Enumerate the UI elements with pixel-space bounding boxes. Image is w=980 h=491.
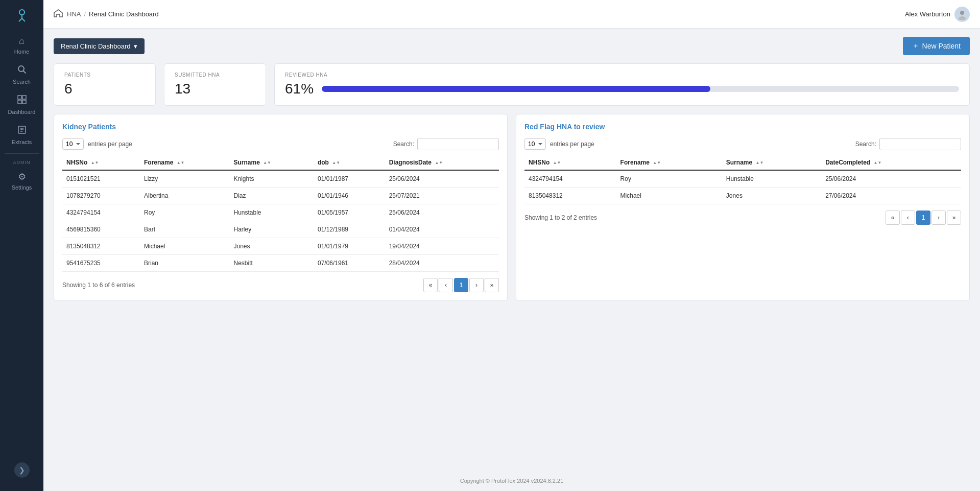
avatar	[954, 7, 970, 22]
cell-nhsno: 0151021521	[62, 170, 140, 188]
sort-icons: ▲▼	[553, 161, 561, 165]
progress-bar-fill	[322, 86, 710, 92]
table-row[interactable]: 8135048312 Michael Jones 27/06/2024	[524, 188, 961, 204]
sidebar-item-dashboard[interactable]: Dashboard	[0, 90, 43, 120]
sidebar-divider	[5, 153, 39, 154]
sidebar-collapse-button[interactable]: ❯	[14, 462, 30, 478]
submitted-hna-stat-card: SUBMITTED HNA 13	[164, 63, 266, 106]
sidebar: ⌂ Home Search Dashboard	[0, 0, 43, 491]
cell-nhsno: 4324794154	[62, 204, 140, 221]
sidebar-item-label: Home	[14, 49, 29, 55]
svg-line-2	[19, 18, 22, 21]
kidney-page-1[interactable]: 1	[454, 278, 468, 292]
redflag-col-surname[interactable]: Surname ▲▼	[722, 155, 821, 170]
redflag-page-1[interactable]: 1	[916, 211, 930, 225]
cell-diagnosisdate: 25/06/2024	[385, 204, 499, 221]
cell-nhsno: 1078279270	[62, 188, 140, 204]
kidney-col-diagnosisdate[interactable]: DiagnosisDate ▲▼	[385, 155, 499, 170]
kidney-search-control: Search:	[393, 138, 499, 150]
sidebar-item-extracts[interactable]: Extracts	[0, 120, 43, 150]
kidney-col-forename[interactable]: Forename ▲▼	[140, 155, 229, 170]
cell-forename: Michael	[140, 238, 229, 255]
home-icon: ⌂	[19, 36, 25, 46]
entries-control: 10 25 50 entries per page	[62, 138, 132, 150]
patients-value: 6	[64, 81, 145, 97]
breadcrumb-current: Renal Clinic Dashboard	[89, 10, 159, 18]
sidebar-item-label: Search	[13, 79, 31, 85]
table-row[interactable]: 8135048312 Michael Jones 01/01/1979 19/0…	[62, 238, 499, 255]
dashboard-icon	[17, 95, 27, 107]
breadcrumb: HNA / Renal Clinic Dashboard	[67, 10, 159, 18]
cell-datecompleted: 25/06/2024	[821, 170, 961, 188]
redflag-pagination-info: Showing 1 to 2 of 2 entries	[524, 214, 597, 221]
table-row[interactable]: 1078279270 Albertina Diaz 01/01/1946 25/…	[62, 188, 499, 204]
redflag-table-title: Red Flag HNA to review	[524, 123, 961, 131]
redflag-page-last[interactable]: »	[947, 211, 961, 225]
table-row[interactable]: 0151021521 Lizzy Knights 01/01/1987 25/0…	[62, 170, 499, 188]
kidney-pagination-buttons: « ‹ 1 › »	[423, 278, 499, 292]
dashboard-dropdown-button[interactable]: Renal Clinic Dashboard ▾	[54, 38, 145, 54]
kidney-search-input[interactable]	[417, 138, 499, 150]
redflag-page-first[interactable]: «	[886, 211, 900, 225]
redflag-search-label: Search:	[855, 141, 876, 148]
svg-line-3	[22, 18, 25, 21]
cell-surname: Jones	[229, 238, 313, 255]
submitted-hna-value: 13	[175, 81, 255, 97]
page-content: Renal Clinic Dashboard ▾ ＋ New Patient P…	[43, 29, 980, 471]
admin-section-label: ADMIN	[13, 157, 31, 166]
sidebar-item-home[interactable]: ⌂ Home	[0, 31, 43, 60]
kidney-table-title: Kidney Patients	[62, 123, 499, 131]
tables-row: Kidney Patients 10 25 50 entries per pag…	[54, 114, 970, 301]
redflag-col-datecompleted[interactable]: DateCompleted ▲▼	[821, 155, 961, 170]
reviewed-hna-percent: 61%	[285, 81, 314, 97]
kidney-page-next[interactable]: ›	[469, 278, 484, 292]
patients-label: PATIENTS	[64, 72, 145, 78]
redflag-page-prev[interactable]: ‹	[901, 211, 915, 225]
sidebar-item-settings[interactable]: ⚙ Settings	[0, 166, 43, 196]
table-row[interactable]: 4569815360 Bart Harley 01/12/1989 01/04/…	[62, 221, 499, 238]
redflag-col-nhsno[interactable]: NHSNo ▲▼	[524, 155, 616, 170]
redflag-entries-per-page-select[interactable]: 10 25 50	[524, 138, 546, 150]
footer-text: Copyright © ProtoFlex 2024 v2024.8.2.21	[460, 478, 564, 484]
cell-surname: Nesbitt	[229, 255, 313, 272]
sidebar-item-search[interactable]: Search	[0, 60, 43, 90]
svg-line-5	[23, 71, 26, 74]
kidney-col-surname[interactable]: Surname ▲▼	[229, 155, 313, 170]
table-row[interactable]: 4324794154 Roy Hunstable 25/06/2024	[524, 170, 961, 188]
redflag-col-forename[interactable]: Forename ▲▼	[616, 155, 722, 170]
kidney-search-label: Search:	[393, 141, 414, 148]
main-content: HNA / Renal Clinic Dashboard Alex Warbur…	[43, 0, 980, 491]
sort-icons: ▲▼	[263, 161, 271, 165]
sort-icons: ▲▼	[435, 161, 443, 165]
footer: Copyright © ProtoFlex 2024 v2024.8.2.21	[43, 471, 980, 491]
table-row[interactable]: 4324794154 Roy Hunstable 01/05/1957 25/0…	[62, 204, 499, 221]
new-patient-button[interactable]: ＋ New Patient	[903, 37, 970, 55]
cell-dob: 01/12/1989	[314, 221, 385, 238]
sort-icons: ▲▼	[873, 161, 881, 165]
kidney-table-header-row: NHSNo ▲▼ Forename ▲▼ Surname ▲▼ dob ▲▼ D…	[62, 155, 499, 170]
reviewed-hna-label: REVIEWED HNA	[285, 72, 959, 78]
redflag-search-input[interactable]	[879, 138, 961, 150]
cell-surname: Jones	[722, 188, 821, 204]
chevron-right-icon: ❯	[19, 466, 25, 474]
svg-point-0	[19, 10, 25, 15]
cell-nhsno: 4324794154	[524, 170, 616, 188]
topbar: HNA / Renal Clinic Dashboard Alex Warbur…	[43, 0, 980, 29]
kidney-entries-per-page-select[interactable]: 10 25 50	[62, 138, 84, 150]
settings-icon: ⚙	[18, 171, 26, 182]
redflag-table-body: 4324794154 Roy Hunstable 25/06/2024 8135…	[524, 170, 961, 204]
cell-forename: Roy	[140, 204, 229, 221]
cell-datecompleted: 27/06/2024	[821, 188, 961, 204]
kidney-page-first[interactable]: «	[423, 278, 438, 292]
redflag-page-next[interactable]: ›	[931, 211, 946, 225]
table-row[interactable]: 9541675235 Brian Nesbitt 07/06/1961 28/0…	[62, 255, 499, 272]
redflag-search-control: Search:	[855, 138, 961, 150]
kidney-col-dob[interactable]: dob ▲▼	[314, 155, 385, 170]
kidney-col-nhsno[interactable]: NHSNo ▲▼	[62, 155, 140, 170]
cell-surname: Hunstable	[722, 170, 821, 188]
kidney-page-prev[interactable]: ‹	[439, 278, 453, 292]
cell-forename: Brian	[140, 255, 229, 272]
kidney-page-last[interactable]: »	[485, 278, 499, 292]
sort-icons: ▲▼	[332, 161, 340, 165]
sidebar-item-label: Settings	[12, 184, 32, 191]
